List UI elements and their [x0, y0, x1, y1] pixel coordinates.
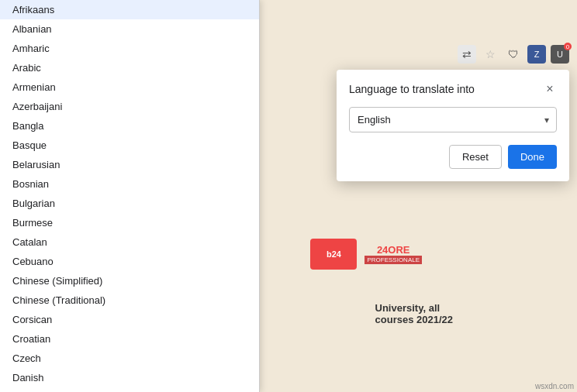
translate-icon[interactable]: ⇄ — [458, 45, 476, 64]
language-list-item[interactable]: Albanian — [0, 19, 259, 39]
language-list-item[interactable]: Danish — [0, 368, 259, 387]
bookmark-star-icon[interactable]: ☆ — [481, 45, 499, 64]
language-list-item[interactable]: Dutch — [0, 387, 259, 392]
shield-icon[interactable]: 🛡 — [504, 45, 523, 64]
language-list-item[interactable]: Burmese — [0, 213, 259, 232]
logo-b24: b24 — [310, 239, 357, 270]
dialog-buttons: Reset Done — [349, 145, 557, 169]
dialog-title: Language to translate into — [349, 83, 475, 95]
extension1-icon[interactable]: Z — [527, 45, 546, 64]
done-button[interactable]: Done — [508, 145, 557, 169]
language-list-item[interactable]: Belarusian — [0, 155, 259, 174]
logo-ore: 24ORE PROFESSIONALE — [365, 244, 422, 264]
translate-dialog: Language to translate into × AfrikaansAl… — [337, 70, 569, 181]
language-list-item[interactable]: Amharic — [0, 39, 259, 58]
extension2-icon[interactable]: U 0 — [551, 45, 569, 64]
logo-area: b24 24ORE PROFESSIONALE — [310, 239, 422, 270]
language-list-item[interactable]: Armenian — [0, 77, 259, 97]
language-select-wrapper[interactable]: AfrikaansAlbanianAmharicArabicArmenianAz… — [349, 107, 557, 132]
language-list[interactable]: AfrikaansAlbanianAmharicArabicArmenianAz… — [0, 0, 259, 392]
language-list-item[interactable]: Azerbaijani — [0, 97, 259, 116]
language-list-item[interactable]: Bosnian — [0, 174, 259, 194]
watermark: wsxdn.com — [535, 382, 574, 390]
language-list-item[interactable]: Cebuano — [0, 252, 259, 271]
language-select[interactable]: AfrikaansAlbanianAmharicArabicArmenianAz… — [349, 107, 557, 132]
language-list-item[interactable]: Chinese (Simplified) — [0, 271, 259, 291]
university-text: University, allcourses 2021/22 — [375, 302, 453, 325]
language-list-item[interactable]: Arabic — [0, 58, 259, 77]
language-list-item[interactable]: Afrikaans — [0, 0, 259, 19]
reset-button[interactable]: Reset — [449, 145, 502, 169]
language-list-panel[interactable]: AfrikaansAlbanianAmharicArabicArmenianAz… — [0, 0, 260, 392]
close-button[interactable]: × — [543, 82, 557, 96]
browser-toolbar: ⇄ ☆ 🛡 Z U 0 — [458, 45, 569, 64]
dialog-header: Language to translate into × — [349, 82, 557, 96]
language-list-item[interactable]: Croatian — [0, 329, 259, 349]
language-list-item[interactable]: Bulgarian — [0, 194, 259, 213]
language-list-item[interactable]: Basque — [0, 136, 259, 155]
language-list-item[interactable]: Czech — [0, 349, 259, 368]
extension-badge: 0 — [564, 43, 572, 50]
language-list-item[interactable]: Bangla — [0, 116, 259, 136]
language-list-item[interactable]: Catalan — [0, 232, 259, 252]
language-list-item[interactable]: Corsican — [0, 310, 259, 329]
language-list-item[interactable]: Chinese (Traditional) — [0, 291, 259, 310]
